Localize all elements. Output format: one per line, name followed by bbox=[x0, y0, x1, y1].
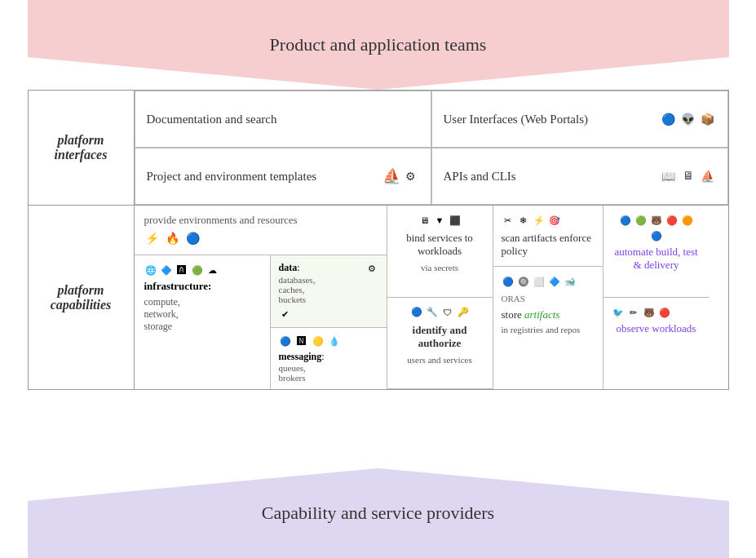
bind-icon-3: ⬛ bbox=[449, 214, 462, 227]
bind-label: bind services to workloads bbox=[396, 232, 484, 258]
doc-search-cell: Documentation and search bbox=[135, 91, 431, 148]
user-interfaces-label: User Interfaces (Web Portals) bbox=[444, 113, 661, 126]
observe-icon-2: ✏ bbox=[627, 306, 640, 319]
user-interfaces-icons: 🔵 👽 📦 bbox=[661, 111, 716, 127]
top-arrow: Product and application teams bbox=[28, 0, 729, 90]
book-icon: 📖 bbox=[661, 168, 677, 184]
velero-icon: ✔ bbox=[279, 308, 292, 321]
apis-clis-icons: 📖 🖥 ⛵ bbox=[661, 168, 716, 184]
apis-clis-cell: APIs and CLIs 📖 🖥 ⛵ bbox=[431, 148, 728, 205]
store-artifacts-cell: 🔵 🔘 ⬜ 🔷 🐋 ORAS store artifacts bbox=[493, 267, 603, 343]
platform-capabilities-section: platform capabilities provide environmen… bbox=[28, 206, 729, 390]
scan-artifacts-cell: ✂ ❄ ⚡ 🎯 scan artifacts enforce policy bbox=[493, 206, 603, 267]
env-label: provide environments and resources bbox=[144, 214, 377, 227]
env-top: provide environments and resources ⚡ 🔥 🔵 bbox=[135, 206, 387, 255]
store-icon-5: 🐋 bbox=[564, 275, 577, 288]
cicd-icon-2: 🟢 bbox=[634, 214, 648, 227]
store-icon-4: 🔷 bbox=[548, 275, 561, 288]
infra-icon-4: 🟢 bbox=[191, 264, 204, 277]
bind-icon-1: 🖥 bbox=[418, 214, 431, 227]
cicd-column: 🔵 🟢 🐻 🔴 🟠 🔵 automate build, test & deliv… bbox=[603, 206, 710, 389]
data-gear-icon: ⚙ bbox=[365, 262, 378, 275]
env-top-icons: ⚡ 🔥 🔵 bbox=[144, 230, 377, 246]
cicd-icon-1: 🔵 bbox=[619, 214, 632, 227]
project-templates-icons: ⛵ ⚙ bbox=[383, 168, 419, 184]
infra-icon-3: 🅰 bbox=[175, 264, 188, 277]
infra-icon-2: 🔷 bbox=[160, 264, 173, 277]
store-icon-1: 🔵 bbox=[502, 275, 515, 288]
cicd-top-icons: 🔵 🟢 🐻 🔴 🟠 🔵 bbox=[612, 214, 701, 242]
scan-icon-1: ✂ bbox=[502, 214, 515, 227]
bind-icon-2: ▼ bbox=[433, 214, 446, 227]
lightning-icon: ⚡ bbox=[144, 230, 161, 246]
artifacts-column: ✂ ❄ ⚡ 🎯 scan artifacts enforce policy 🔵 bbox=[493, 206, 603, 389]
infra-label: infrastructure: bbox=[144, 280, 260, 293]
main-content: platform interfaces Documentation and se… bbox=[28, 90, 729, 468]
auth-column: 🖥 ▼ ⬛ bind services to workloads via sec… bbox=[387, 206, 493, 389]
auth-icons: 🔵 🔧 🛡 🔑 bbox=[410, 306, 470, 319]
msg-icon-2: 🅽 bbox=[295, 334, 308, 348]
cicd-icon-4: 🔴 bbox=[665, 214, 679, 227]
portal-icon-3: 📦 bbox=[700, 111, 716, 127]
cicd-icon-3: 🐻 bbox=[650, 214, 663, 227]
infra-icon-5: ☁ bbox=[206, 264, 219, 277]
scan-icon-3: ⚡ bbox=[533, 214, 546, 227]
cicd-observe-cell: 🐦 ✏ 🐻 🔴 observe workloads bbox=[603, 298, 710, 389]
msg-icon-4: 💧 bbox=[328, 334, 341, 348]
auth-icon-1: 🔵 bbox=[410, 306, 423, 319]
platform-interfaces-section: platform interfaces Documentation and se… bbox=[28, 90, 729, 206]
observe-icon-1: 🐦 bbox=[612, 306, 625, 319]
bottom-arrow-label: Capability and service providers bbox=[262, 503, 494, 524]
auth-icon-2: 🔧 bbox=[426, 306, 439, 319]
scan-label: scan artifacts enforce policy bbox=[502, 232, 595, 258]
bind-sublabel: via secrets bbox=[421, 263, 458, 272]
identify-authorize-cell: 🔵 🔧 🛡 🔑 identify and authorize users and… bbox=[387, 298, 493, 390]
messaging-items: queues,brokers bbox=[279, 363, 378, 383]
data-cell: data: ⚙ databases,caches,buckets ✔ bbox=[271, 255, 387, 328]
platform-interfaces-label: platform interfaces bbox=[29, 91, 135, 205]
msg-icon-1: 🔵 bbox=[279, 334, 292, 348]
project-templates-label: Project and environment templates bbox=[147, 170, 383, 184]
store-icon-3: ⬜ bbox=[533, 275, 546, 288]
project-templates-cell: Project and environment templates ⛵ ⚙ bbox=[135, 148, 431, 205]
bind-services-cell: 🖥 ▼ ⬛ bind services to workloads via sec… bbox=[387, 206, 493, 298]
gear-icon: ⚙ bbox=[403, 168, 419, 184]
fire-icon: 🔥 bbox=[165, 230, 181, 246]
capabilities-grid: provide environments and resources ⚡ 🔥 🔵… bbox=[135, 206, 728, 389]
store-sublabel: in registries and repos bbox=[502, 325, 595, 334]
interfaces-grid: Documentation and search User Interfaces… bbox=[135, 91, 728, 205]
oras-label: ORAS bbox=[502, 294, 525, 303]
auth-icon-3: 🛡 bbox=[441, 306, 454, 319]
portal-icon-2: 👽 bbox=[680, 111, 696, 127]
bottom-arrow: Capability and service providers bbox=[28, 468, 729, 558]
store-icons: 🔵 🔘 ⬜ 🔷 🐋 bbox=[502, 275, 595, 288]
cicd-observe-label: observe workloads bbox=[612, 322, 701, 335]
store-label: store artifacts bbox=[502, 308, 595, 321]
data-messaging-column: data: ⚙ databases,caches,buckets ✔ bbox=[271, 255, 387, 389]
data-items: databases,caches,buckets bbox=[279, 275, 378, 304]
apis-clis-label: APIs and CLIs bbox=[444, 170, 661, 184]
msg-icon-3: 🟡 bbox=[312, 334, 325, 348]
store-icon-2: 🔘 bbox=[517, 275, 530, 288]
infra-column: 🌐 🔷 🅰 🟢 ☁ infrastructure: compute,networ bbox=[135, 255, 271, 389]
platform-capabilities-label: platform capabilities bbox=[29, 206, 135, 389]
auth-label: identify and authorize bbox=[396, 324, 484, 350]
scan-icon-2: ❄ bbox=[517, 214, 530, 227]
messaging-label: messaging bbox=[279, 351, 322, 362]
infra-items: compute,network,storage bbox=[144, 296, 260, 333]
cicd-automate-label: automate build, test & delivery bbox=[612, 246, 701, 272]
scan-icons: ✂ ❄ ⚡ 🎯 bbox=[502, 214, 595, 227]
cicd-bottom-icons: 🐦 ✏ 🐻 🔴 bbox=[612, 306, 701, 319]
bind-icons: 🖥 ▼ ⬛ bbox=[418, 214, 462, 227]
cicd-icon-6: 🔵 bbox=[650, 229, 663, 242]
user-interfaces-cell: User Interfaces (Web Portals) 🔵 👽 📦 bbox=[431, 91, 728, 148]
env-bottom: 🌐 🔷 🅰 🟢 ☁ infrastructure: compute,networ bbox=[135, 255, 387, 389]
diagram-container: Product and application teams platform i… bbox=[0, 0, 756, 558]
messaging-cell: 🔵 🅽 🟡 💧 messaging: queues,brokers bbox=[271, 328, 387, 389]
top-arrow-label: Product and application teams bbox=[270, 34, 487, 55]
messaging-icons: 🔵 🅽 🟡 💧 bbox=[279, 334, 378, 348]
infra-icon-1: 🌐 bbox=[144, 264, 157, 277]
helm-icon: ⛵ bbox=[383, 168, 400, 184]
auth-sublabel: users and services bbox=[407, 355, 471, 365]
monitor-icon: 🖥 bbox=[680, 168, 696, 184]
